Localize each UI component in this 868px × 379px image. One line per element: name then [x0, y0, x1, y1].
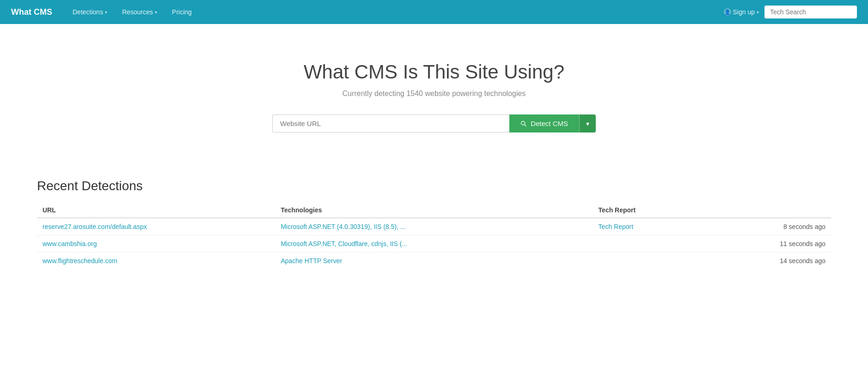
tech-search-input[interactable]	[764, 6, 857, 18]
chevron-down-icon: ▾	[757, 10, 759, 15]
brand-logo[interactable]: What CMS	[11, 7, 52, 17]
nav-pricing[interactable]: Pricing	[166, 6, 197, 18]
technologies-cell: Microsoft ASP.NET, Cloudflare, cdnjs, II…	[275, 235, 593, 253]
svg-line-1	[525, 124, 526, 126]
col-time	[712, 203, 831, 218]
detect-cms-dropdown-button[interactable]: ▾	[579, 114, 596, 132]
col-url: URL	[37, 203, 275, 218]
nav-links: Detections ▾ Resources ▾ Pricing	[67, 6, 724, 18]
nav-right: 👤 Sign up ▾	[724, 6, 857, 18]
hero-subtitle: Currently detecting 1540 website powerin…	[342, 90, 526, 98]
tech-report-cell: Tech Report	[593, 218, 712, 235]
table-row: www.flightreschedule.comApache HTTP Serv…	[37, 253, 831, 270]
technologies-link[interactable]: Microsoft ASP.NET (4.0.30319), IIS (8.5)…	[281, 223, 405, 230]
tech-report-cell	[593, 235, 712, 253]
url-cell: www.flightreschedule.com	[37, 253, 275, 270]
chevron-down-icon: ▾	[105, 10, 107, 15]
website-url-input[interactable]	[272, 114, 509, 132]
time-cell: 11 seconds ago	[712, 235, 831, 253]
nav-detections[interactable]: Detections ▾	[67, 6, 113, 18]
chevron-down-icon: ▾	[586, 120, 589, 127]
hero-search-row: Detect CMS ▾	[272, 114, 596, 132]
detect-cms-button[interactable]: Detect CMS	[509, 114, 579, 132]
col-technologies: Technologies	[275, 203, 593, 218]
technologies-link[interactable]: Microsoft ASP.NET, Cloudflare, cdnjs, II…	[281, 240, 407, 247]
recent-detections-title: Recent Detections	[37, 179, 831, 193]
detections-table: URL Technologies Tech Report reserve27.a…	[37, 203, 831, 269]
url-link[interactable]: www.flightreschedule.com	[43, 257, 117, 265]
technologies-cell: Apache HTTP Server	[275, 253, 593, 270]
technologies-link[interactable]: Apache HTTP Server	[281, 257, 342, 265]
url-cell: reserve27.arosuite.com/default.aspx	[37, 218, 275, 235]
user-icon: 👤	[724, 8, 731, 16]
hero-title: What CMS Is This Site Using?	[304, 61, 564, 83]
navbar: What CMS Detections ▾ Resources ▾ Pricin…	[0, 0, 868, 24]
chevron-down-icon: ▾	[155, 10, 157, 15]
table-row: www.cambshia.orgMicrosoft ASP.NET, Cloud…	[37, 235, 831, 253]
technologies-cell: Microsoft ASP.NET (4.0.30319), IIS (8.5)…	[275, 218, 593, 235]
time-cell: 14 seconds ago	[712, 253, 831, 270]
time-cell: 8 seconds ago	[712, 218, 831, 235]
signup-button[interactable]: 👤 Sign up ▾	[724, 8, 759, 16]
tech-report-link[interactable]: Tech Report	[599, 223, 633, 230]
url-cell: www.cambshia.org	[37, 235, 275, 253]
col-tech-report: Tech Report	[593, 203, 712, 218]
nav-resources[interactable]: Resources ▾	[116, 6, 163, 18]
recent-detections-section: Recent Detections URL Technologies Tech …	[0, 160, 868, 288]
url-link[interactable]: reserve27.arosuite.com/default.aspx	[43, 223, 147, 230]
tech-report-cell	[593, 253, 712, 270]
url-link[interactable]: www.cambshia.org	[43, 240, 97, 247]
hero-section: What CMS Is This Site Using? Currently d…	[0, 24, 868, 160]
table-row: reserve27.arosuite.com/default.aspxMicro…	[37, 218, 831, 235]
search-icon	[520, 120, 527, 127]
